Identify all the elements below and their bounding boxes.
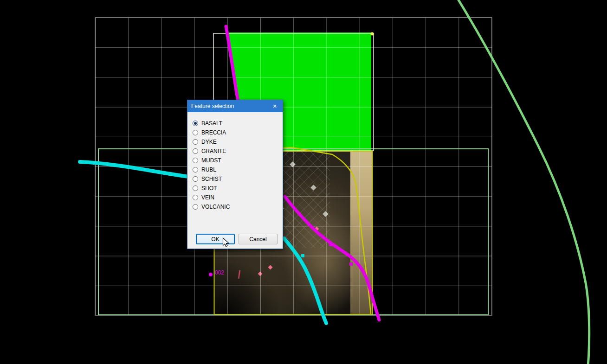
feature-option-label: VEIN [201, 194, 214, 201]
dialog-buttons: OK Cancel [187, 234, 283, 244]
radio-icon[interactable] [193, 158, 198, 163]
survey-grid [95, 18, 492, 315]
feature-option-row[interactable]: RUBL [193, 165, 283, 174]
feature-option-label: RUBL [201, 166, 216, 173]
feature-option-label: DYKE [201, 139, 217, 145]
feature-option-row[interactable]: VOLCANIC [193, 202, 283, 211]
feature-options-list: BASALT BRECCIA DYKE GRANITE [187, 112, 283, 211]
radio-icon[interactable] [193, 121, 198, 126]
cancel-button[interactable]: Cancel [239, 234, 278, 244]
feature-option-label: BRECCIA [201, 129, 226, 136]
canvas-overlay [0, 0, 607, 364]
feature-option-row[interactable]: DYKE [193, 137, 283, 147]
feature-option-label: SCHIST [201, 176, 222, 182]
radio-icon[interactable] [193, 195, 198, 200]
feature-option-row[interactable]: BASALT [193, 119, 283, 128]
feature-option-row[interactable]: SCHIST [193, 174, 283, 184]
cyan-vertex-node[interactable] [301, 254, 304, 257]
dialog-title: Feature selection [191, 103, 267, 109]
radio-icon[interactable] [193, 185, 198, 191]
magenta-vertex-node[interactable] [329, 243, 332, 246]
mouse-cursor [222, 237, 232, 248]
feature-option-label: VOLCANIC [201, 204, 230, 210]
radio-icon[interactable] [193, 130, 198, 135]
survey-point-label: 002 [215, 269, 224, 276]
feature-option-label: SHOT [201, 185, 217, 192]
feature-option-label: GRANITE [201, 148, 226, 154]
radio-icon[interactable] [193, 148, 198, 154]
frame-corner-node[interactable] [371, 32, 374, 36]
radio-icon[interactable] [193, 167, 198, 172]
feature-option-label: BASALT [201, 120, 222, 127]
drawing-canvas[interactable]: 002 Feature selection ✕ BASALT BRECCIA [0, 0, 607, 364]
feature-option-label: MUDST [201, 157, 221, 164]
feature-option-row[interactable]: SHOT [193, 184, 283, 193]
feature-selection-dialog: Feature selection ✕ BASALT BRECCIA DYKE [187, 100, 283, 249]
feature-option-row[interactable]: GRANITE [193, 147, 283, 156]
magenta-vertex-node[interactable] [349, 262, 353, 266]
survey-point[interactable] [209, 273, 213, 276]
radio-icon[interactable] [193, 139, 198, 145]
dialog-titlebar[interactable]: Feature selection ✕ [187, 100, 283, 112]
radio-icon[interactable] [193, 204, 198, 210]
feature-option-row[interactable]: MUDST [193, 156, 283, 165]
feature-option-row[interactable]: VEIN [193, 193, 283, 202]
radio-icon[interactable] [193, 176, 198, 182]
feature-option-row[interactable]: BRECCIA [193, 128, 283, 137]
close-icon[interactable]: ✕ [267, 100, 283, 112]
